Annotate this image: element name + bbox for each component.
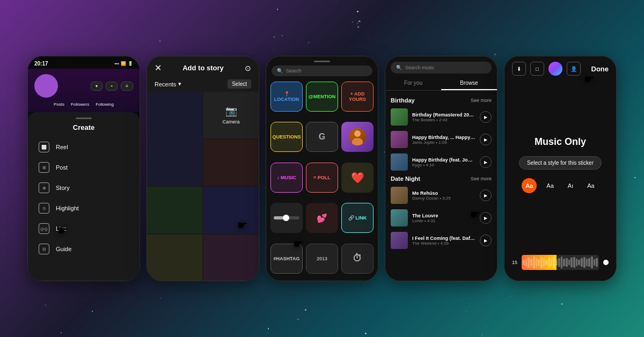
sticker-poll[interactable]: = POLL	[306, 163, 338, 193]
sticker-date[interactable]: 2013	[306, 244, 338, 274]
add-story-header: ✕ Add to story ⊙	[147, 56, 259, 77]
create-title: Create	[28, 123, 140, 131]
recents-text: Recents	[155, 81, 176, 87]
sticker-add-yours[interactable]: + ADD YOURS	[341, 82, 374, 112]
sticker-heart[interactable]: 💕	[306, 203, 338, 233]
sheet-handle	[314, 61, 330, 62]
track-name: Happy Birthday (feat. John Lege...	[412, 157, 475, 163]
select-button[interactable]: Select	[228, 79, 251, 89]
track-meta: The Beatles • 2:43	[412, 118, 475, 122]
text-option-2[interactable]: Aı	[564, 180, 577, 191]
search-icon: 🔍	[277, 68, 283, 74]
phone-create-menu: 20:17 ▪▪▪ 🛜 🔋 ▾ + ≡ Posts	[27, 56, 140, 281]
music-tabs: For you Browse	[385, 77, 497, 91]
track-birthday-2[interactable]: Happy Birthday, ... Happy T... Janis Jop…	[385, 128, 497, 151]
select-style-button[interactable]: Select a style for this sticker	[519, 156, 602, 170]
sticker-slider[interactable]	[270, 203, 303, 233]
gradient-circle-icon[interactable]	[548, 62, 562, 76]
track-info: Happy Birthday (feat. John Lege... Kygo …	[412, 157, 475, 167]
avatar	[34, 74, 58, 98]
date-night-see-more[interactable]: See more	[471, 176, 492, 181]
play-button[interactable]: ▶	[480, 189, 492, 201]
reel-item[interactable]: ⬜ Reel	[28, 137, 140, 157]
music-only-main: Music Only Select a style for this stick…	[504, 80, 616, 250]
play-button[interactable]: ▶	[480, 134, 492, 145]
cursor-hand: ☛	[237, 218, 248, 232]
post-item[interactable]: ⊞ Post	[28, 157, 140, 178]
post-icon: ⊞	[39, 162, 49, 173]
play-button[interactable]: ▶	[480, 235, 492, 246]
gallery-item-2[interactable]	[203, 140, 259, 186]
profile-stats: Posts Followers Following	[54, 102, 114, 107]
profile-actions: ▾ + ≡	[91, 82, 133, 91]
track-birthday-3[interactable]: Happy Birthday (feat. John Lege... Kygo …	[385, 151, 497, 173]
recents-label: Recents ▾	[155, 80, 181, 87]
time-label: 15	[512, 260, 517, 265]
menu-button[interactable]: ≡	[121, 82, 133, 91]
highlight-icon: ⊙	[39, 203, 49, 214]
color-dot[interactable]: Aa	[522, 178, 537, 193]
tab-browse[interactable]: Browse	[441, 77, 497, 90]
add-button[interactable]: +	[106, 82, 118, 91]
music-only-title: Music Only	[535, 136, 586, 148]
gallery-item-large[interactable]	[147, 92, 202, 186]
music-search-bar[interactable]: 🔍 Search music	[391, 62, 492, 74]
sticker-link[interactable]: 🔗 LINK	[341, 203, 374, 233]
play-button[interactable]: ▶	[480, 156, 492, 168]
waveform[interactable]	[522, 255, 599, 270]
dropdown-button[interactable]: ▾	[91, 82, 103, 91]
done-button[interactable]: Done	[591, 65, 609, 73]
sticker-questions[interactable]: QUESTIONS	[270, 122, 303, 152]
sticker-g[interactable]: G	[306, 122, 338, 152]
date-night-title: Date Night	[391, 175, 420, 182]
download-icon-btn[interactable]: ⬇	[512, 62, 526, 76]
track-datenight-3[interactable]: I Feel It Coming (feat. Daft Punk) The W…	[385, 229, 497, 252]
birthday-title: Birthday	[391, 97, 415, 104]
gallery-item-6[interactable]	[203, 235, 259, 281]
track-thumb	[391, 232, 408, 249]
sticker-search[interactable]: 🔍 Search	[272, 65, 372, 76]
sticker-avatar[interactable]	[341, 122, 374, 152]
following-label: Following	[96, 102, 114, 107]
sticker-mention[interactable]: @MENTION	[306, 82, 338, 112]
live-item[interactable]: ((•)) Live	[28, 218, 140, 239]
sticker-music[interactable]: ♪ MUSIC	[270, 163, 303, 193]
text-option-3[interactable]: Aa	[583, 180, 598, 191]
gallery-item-3[interactable]	[147, 187, 202, 233]
play-button[interactable]: ▶	[480, 212, 492, 224]
gallery-item-4[interactable]	[203, 187, 259, 233]
square-icon-btn[interactable]: □	[530, 62, 544, 76]
close-button[interactable]: ✕	[155, 63, 162, 73]
gallery-item-5[interactable]	[147, 235, 202, 281]
profile-row: ▾ + ≡	[34, 74, 133, 98]
guide-item[interactable]: ⊟ Guide	[28, 239, 140, 259]
settings-icon[interactable]: ⊙	[245, 64, 251, 72]
person-icon-btn[interactable]: 👤	[567, 62, 581, 76]
play-button[interactable]: ▶	[480, 111, 492, 123]
track-datenight-1[interactable]: Me Rehúso Danny Ocean • 3:25 ▶	[385, 184, 497, 207]
birthday-see-more[interactable]: See more	[471, 98, 492, 103]
guide-icon: ⊟	[39, 244, 49, 254]
track-meta: Kygo • 4:10	[412, 163, 475, 167]
story-item[interactable]: ⊕ Story	[28, 178, 140, 198]
highlight-item[interactable]: ⊙ Highlight	[28, 198, 140, 218]
text-option-1[interactable]: Aa	[542, 180, 558, 191]
profile-area: ▾ + ≡ Posts Followers Following	[28, 69, 140, 112]
tab-for-you[interactable]: For you	[385, 77, 441, 90]
track-thumb	[391, 209, 408, 226]
phone-music-search: 🔍 Search music For you Browse Birthday S…	[385, 56, 497, 281]
live-icon: ((•))	[39, 223, 49, 234]
search-placeholder: Search music	[405, 65, 435, 70]
search-icon: 🔍	[396, 65, 402, 70]
birthday-section-header: Birthday See more	[385, 95, 497, 106]
person-icon: 👤	[570, 66, 577, 72]
track-info: Happy Birthday, ... Happy T... Janis Jop…	[412, 135, 475, 145]
sticker-location[interactable]: 📍 LOCATION	[270, 82, 303, 112]
sticker-emoji[interactable]: ❤️	[341, 163, 374, 193]
track-thumb	[391, 187, 408, 204]
track-birthday-1[interactable]: Birthday (Remastered 2009) The Beatles •…	[385, 106, 497, 128]
waveform-end-dot	[603, 260, 609, 265]
add-story-title: Add to story	[182, 64, 224, 72]
sticker-countdown[interactable]: ⏱	[341, 244, 374, 274]
camera-item[interactable]: 📷 Camera	[203, 92, 259, 138]
